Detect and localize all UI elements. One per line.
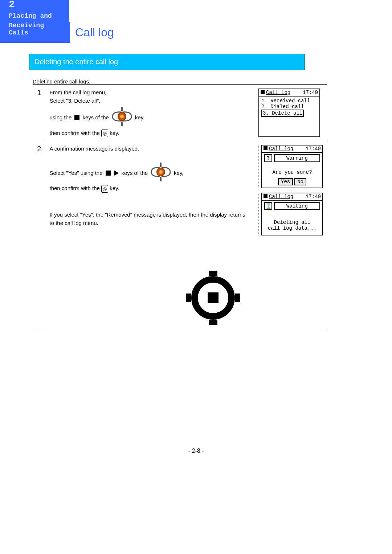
text-fragment: key,	[174, 169, 183, 177]
dialog-message-line: Deleting all	[264, 219, 320, 225]
svg-point-7	[159, 170, 163, 174]
text-fragment: key,	[135, 114, 144, 122]
confirm-key-icon	[101, 130, 108, 138]
status-icon	[264, 146, 268, 150]
square-key-icon	[106, 171, 111, 176]
screen-title: Call log	[269, 194, 293, 200]
svg-rect-13	[208, 292, 219, 303]
step-2-body: A confirmation message is displayed. Sel…	[46, 141, 255, 329]
chapter-subtitle-1: Placing and	[9, 12, 62, 20]
screen-title: Call log	[269, 146, 293, 152]
chapter-subtitle-2: Receiving Calls	[9, 22, 62, 36]
svg-rect-8	[209, 271, 217, 276]
step-1-screen: Call log 17:40 1. Received call 2. Diale…	[255, 85, 327, 141]
text-fragment: then confirm with the	[50, 130, 100, 136]
square-key-icon	[74, 115, 79, 120]
step-number: 2	[33, 141, 46, 329]
steps-table: 1 From the call log menu, Select "3. Del…	[33, 85, 327, 329]
menu-item: 1. Received call	[261, 98, 317, 104]
text-line: A confirmation message is displayed.	[50, 145, 252, 153]
dialog-label: Warning	[274, 154, 320, 162]
hourglass-icon: ⌛	[264, 202, 272, 210]
screen-time: 17:40	[306, 146, 321, 152]
status-icon	[261, 90, 265, 94]
page-number: - 2-8 -	[0, 448, 392, 454]
joystick-icon	[150, 162, 172, 185]
no-button: No	[294, 178, 306, 185]
phone-screen-waiting: Call log 17:40 ⌛ Waiting Deleting all ca…	[261, 193, 323, 235]
text-fragment: keys of the	[82, 114, 109, 122]
text-fragment: key.	[110, 185, 119, 191]
svg-rect-11	[235, 294, 240, 302]
dialog-message-line: call log data...	[264, 225, 320, 231]
section-intro: Deleting entire call logs.	[33, 78, 90, 85]
yes-button: Yes	[278, 178, 293, 185]
divider	[33, 84, 327, 85]
page-title: Call log	[75, 26, 114, 39]
confirm-key-icon	[101, 185, 108, 193]
step-2-screens: Call log 17:40 ? Warning Are you sure? Y…	[255, 141, 327, 329]
text-fragment: key.	[110, 130, 119, 136]
phone-screen-warning: Call log 17:40 ? Warning Are you sure? Y…	[261, 145, 323, 188]
large-joystick-icon	[186, 271, 240, 325]
menu-item: 2. Dialed call	[261, 104, 317, 110]
screen-time: 17:40	[303, 90, 318, 95]
result-text: If you select "Yes", the "Removed" messa…	[50, 211, 252, 227]
svg-point-3	[120, 115, 124, 118]
step-1-body: From the call log menu, Select "3. Delet…	[46, 85, 255, 141]
dialog-message: Are you sure?	[262, 162, 322, 179]
text-fragment: then confirm with the	[50, 185, 100, 191]
right-key-icon	[114, 171, 119, 176]
screen-title: Call log	[266, 90, 290, 95]
status-icon	[264, 194, 268, 198]
dialog-label: Waiting	[274, 202, 320, 210]
text-fragment: using the	[50, 114, 72, 122]
screen-time: 17:40	[306, 194, 321, 200]
svg-rect-10	[186, 294, 191, 302]
text-fragment: Select "Yes" using the	[50, 169, 103, 177]
chapter-number: Chapter 2	[9, 0, 62, 10]
question-icon: ?	[264, 154, 272, 162]
menu-item-selected: 3. Delete all	[261, 110, 304, 117]
step-number: 1	[33, 85, 46, 141]
joystick-icon	[111, 106, 133, 129]
phone-screen: Call log 17:40 1. Received call 2. Diale…	[258, 89, 320, 137]
chapter-header: Chapter 2 Placing and Receiving Calls	[0, 0, 69, 43]
text-line: From the call log menu,	[50, 89, 252, 97]
text-fragment: keys of the	[122, 169, 148, 177]
text-line: Select "3. Delete all",	[50, 97, 252, 105]
section-heading: Deleting the entire call log	[29, 54, 305, 70]
svg-rect-9	[209, 320, 217, 325]
